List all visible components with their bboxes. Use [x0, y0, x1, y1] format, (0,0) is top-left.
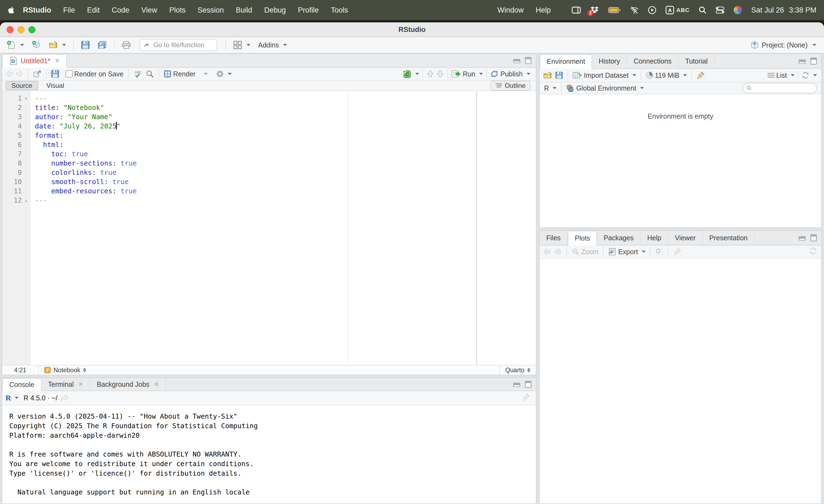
- print-button[interactable]: [119, 39, 133, 51]
- editor-tab-untitled1[interactable]: Untitled1* ✕: [2, 54, 67, 68]
- menu-help[interactable]: Help: [530, 6, 557, 14]
- console-tab-terminal[interactable]: Terminal✕: [41, 378, 90, 391]
- code-line[interactable]: 2title: "Notebook": [2, 103, 536, 112]
- new-project-button[interactable]: [29, 39, 43, 51]
- fold-down-icon[interactable]: ▾: [22, 94, 30, 103]
- clear-console-icon[interactable]: [522, 393, 530, 401]
- publish-button[interactable]: Publish: [490, 70, 530, 78]
- remove-plot-icon[interactable]: [655, 248, 663, 256]
- load-workspace-icon[interactable]: [543, 71, 552, 79]
- plots-tab-files[interactable]: Files: [540, 231, 568, 245]
- render-button[interactable]: Render: [164, 70, 196, 78]
- editor-settings-button[interactable]: [216, 70, 232, 78]
- refresh-environment-button[interactable]: [802, 72, 817, 79]
- save-button[interactable]: [79, 39, 92, 51]
- play-status-icon[interactable]: [648, 6, 656, 14]
- maximize-pane-icon[interactable]: [810, 234, 817, 241]
- console-tab-console[interactable]: Console: [2, 378, 41, 391]
- fold-up-icon[interactable]: ▴: [22, 196, 30, 205]
- visual-mode-button[interactable]: Visual: [41, 82, 70, 90]
- menu-code[interactable]: Code: [106, 6, 135, 14]
- next-plot-icon[interactable]: [554, 248, 562, 255]
- save-doc-icon[interactable]: [51, 70, 60, 78]
- r-version-selector[interactable]: R: [5, 394, 18, 402]
- outline-button[interactable]: Outline: [491, 81, 530, 91]
- window-titlebar[interactable]: RStudio: [0, 22, 824, 37]
- minimize-pane-icon[interactable]: [513, 57, 521, 64]
- code-line[interactable]: 3author: "Your Name": [2, 112, 536, 122]
- insert-chunk-button[interactable]: C: [402, 70, 419, 78]
- environment-tab-tutorial[interactable]: Tutorial: [679, 54, 715, 68]
- minimize-pane-icon[interactable]: [513, 381, 521, 387]
- code-editor[interactable]: 1▾---2title: "Notebook"3author: "Your Na…: [2, 91, 536, 366]
- maximize-pane-icon[interactable]: [525, 57, 531, 64]
- memory-usage-button[interactable]: 119 MiB: [645, 72, 687, 79]
- project-menu-button[interactable]: R Project: (None): [750, 41, 816, 49]
- section-selector[interactable]: # Notebook: [39, 365, 92, 375]
- refresh-plot-icon[interactable]: [809, 247, 817, 255]
- export-plot-button[interactable]: Export: [608, 248, 645, 256]
- code-line[interactable]: 12▴---: [2, 196, 536, 205]
- menu-profile[interactable]: Profile: [292, 6, 325, 14]
- code-line[interactable]: 9 colorlinks: true: [2, 168, 536, 177]
- code-line[interactable]: 1▾---: [2, 94, 536, 103]
- import-dataset-button[interactable]: Import Dataset: [573, 71, 636, 79]
- environment-search-input[interactable]: [754, 84, 813, 92]
- render-on-save-option[interactable]: Render on Save: [66, 70, 124, 78]
- environment-search[interactable]: [743, 83, 817, 93]
- forward-icon[interactable]: [15, 71, 23, 78]
- maximize-pane-icon[interactable]: [525, 381, 531, 388]
- plots-tab-packages[interactable]: Packages: [597, 231, 641, 245]
- console-tab-background-jobs[interactable]: Background Jobs✕: [90, 378, 166, 391]
- back-icon[interactable]: [5, 71, 14, 78]
- console-popout-icon[interactable]: [60, 395, 69, 401]
- spotlight-icon[interactable]: [699, 6, 706, 14]
- plots-tab-viewer[interactable]: Viewer: [668, 231, 703, 245]
- new-file-button[interactable]: [4, 39, 26, 51]
- goto-file-input[interactable]: [152, 41, 213, 49]
- menu-tools[interactable]: Tools: [325, 6, 354, 14]
- save-workspace-icon[interactable]: [555, 71, 563, 79]
- plots-tab-help[interactable]: Help: [641, 231, 668, 245]
- previous-plot-icon[interactable]: [543, 248, 551, 255]
- close-tab-icon[interactable]: ✕: [154, 381, 159, 388]
- open-file-button[interactable]: [46, 39, 68, 51]
- code-line[interactable]: 6 html:: [2, 140, 536, 149]
- addins-button[interactable]: Addins: [256, 40, 289, 50]
- render-options-dropdown[interactable]: [204, 73, 208, 75]
- display-status-icon[interactable]: [572, 7, 581, 14]
- environment-tab-history[interactable]: History: [592, 54, 627, 68]
- file-type-selector[interactable]: Quarto: [499, 365, 536, 375]
- close-tab-icon[interactable]: ✕: [55, 57, 60, 65]
- code-line[interactable]: 8 number-sections: true: [2, 159, 536, 168]
- console-output[interactable]: R version 4.5.0 (2025-04-11) -- "How Abo…: [2, 405, 536, 503]
- apple-menu[interactable]: [8, 6, 15, 14]
- clear-environment-icon[interactable]: [696, 71, 705, 80]
- menu-plots[interactable]: Plots: [163, 6, 192, 14]
- close-tab-icon[interactable]: ✕: [78, 381, 83, 388]
- spellcheck-icon[interactable]: ABC: [133, 70, 143, 78]
- environment-tab-connections[interactable]: Connections: [627, 54, 679, 68]
- menu-edit[interactable]: Edit: [81, 6, 106, 14]
- chunk-down-icon[interactable]: [436, 70, 444, 78]
- render-on-save-checkbox[interactable]: [66, 71, 73, 78]
- save-all-button[interactable]: [96, 39, 109, 51]
- menu-session[interactable]: Session: [192, 6, 230, 14]
- code-line[interactable]: 11 embed-resources: true: [2, 186, 536, 196]
- plots-tab-plots[interactable]: Plots: [568, 231, 597, 245]
- battery-icon[interactable]: [608, 7, 621, 13]
- code-line[interactable]: 10 smooth-scroll: true: [2, 177, 536, 186]
- control-center-icon[interactable]: [716, 7, 724, 14]
- environment-tab-environment[interactable]: Environment: [540, 54, 592, 69]
- dropbox-status-icon[interactable]: 2: [590, 6, 599, 14]
- menu-window[interactable]: Window: [491, 6, 530, 14]
- siri-icon[interactable]: [734, 6, 742, 14]
- menu-view[interactable]: View: [135, 6, 163, 14]
- code-line[interactable]: 7 toc: true: [2, 149, 536, 159]
- menubar-clock[interactable]: Sat Jul 26 3:38 PM: [751, 6, 816, 14]
- find-replace-icon[interactable]: [145, 70, 154, 78]
- menu-file[interactable]: File: [57, 6, 81, 14]
- wifi-off-icon[interactable]: [630, 7, 639, 14]
- clear-plots-icon[interactable]: [673, 247, 682, 256]
- minimize-pane-icon[interactable]: [798, 58, 806, 64]
